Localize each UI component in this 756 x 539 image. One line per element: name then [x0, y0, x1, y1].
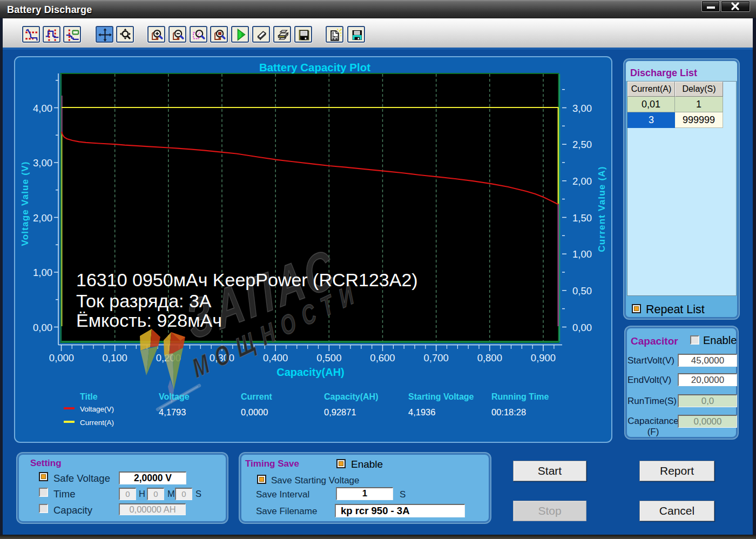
- svg-text:1,50: 1,50: [572, 212, 592, 224]
- svg-text:3,00: 3,00: [33, 157, 52, 169]
- svg-text:Running Time: Running Time: [491, 392, 549, 401]
- svg-text:Ток разряда: 3А: Ток разряда: 3А: [76, 291, 212, 311]
- svg-text:0,700: 0,700: [424, 352, 449, 363]
- svg-text:2,00: 2,00: [33, 212, 52, 224]
- svg-text:1,00: 1,00: [572, 248, 592, 260]
- svg-text:00:18:28: 00:18:28: [491, 407, 526, 417]
- svg-text:Starting Voltage: Starting Voltage: [408, 392, 474, 401]
- svg-text:0,600: 0,600: [370, 352, 395, 363]
- svg-text:0,00: 0,00: [572, 322, 592, 333]
- svg-text:16310 0950мАч KeepPower (RCR12: 16310 0950мАч KeepPower (RCR123A2): [76, 270, 418, 290]
- svg-text:0,00: 0,00: [33, 322, 52, 333]
- svg-text:0,50: 0,50: [572, 285, 592, 297]
- svg-text:Current(A): Current(A): [80, 419, 114, 427]
- svg-text:4,1936: 4,1936: [408, 407, 435, 417]
- svg-text:0,800: 0,800: [477, 352, 502, 363]
- svg-text:4,00: 4,00: [33, 103, 52, 114]
- svg-text:Capacity(AH): Capacity(AH): [324, 392, 378, 401]
- svg-text:0,900: 0,900: [531, 352, 556, 363]
- svg-text:0,500: 0,500: [316, 352, 341, 363]
- svg-text:Capacity(AH): Capacity(AH): [276, 366, 345, 378]
- svg-text:2,00: 2,00: [572, 176, 592, 187]
- svg-text:3,00: 3,00: [572, 103, 592, 114]
- svg-text:4,1793: 4,1793: [159, 407, 186, 417]
- svg-text:0,0000: 0,0000: [241, 407, 268, 417]
- svg-text:0,92871: 0,92871: [324, 407, 356, 417]
- svg-text:Current: Current: [241, 392, 272, 401]
- svg-text:2,50: 2,50: [572, 139, 592, 150]
- svg-text:Battery Capacity Plot: Battery Capacity Plot: [259, 61, 370, 73]
- svg-text:0,100: 0,100: [103, 352, 127, 363]
- svg-text:Voltage Value (V): Voltage Value (V): [20, 161, 30, 246]
- svg-text:Voltage: Voltage: [159, 392, 190, 401]
- svg-text:Ёмкость: 928мАч: Ёмкость: 928мАч: [76, 310, 222, 331]
- svg-text:Voltage(V): Voltage(V): [80, 405, 114, 413]
- svg-text:0,400: 0,400: [263, 352, 288, 363]
- svg-text:Current Value (A): Current Value (A): [597, 166, 607, 252]
- svg-text:0,000: 0,000: [49, 352, 74, 363]
- svg-text:Title: Title: [80, 392, 98, 401]
- svg-text:1,00: 1,00: [33, 267, 52, 278]
